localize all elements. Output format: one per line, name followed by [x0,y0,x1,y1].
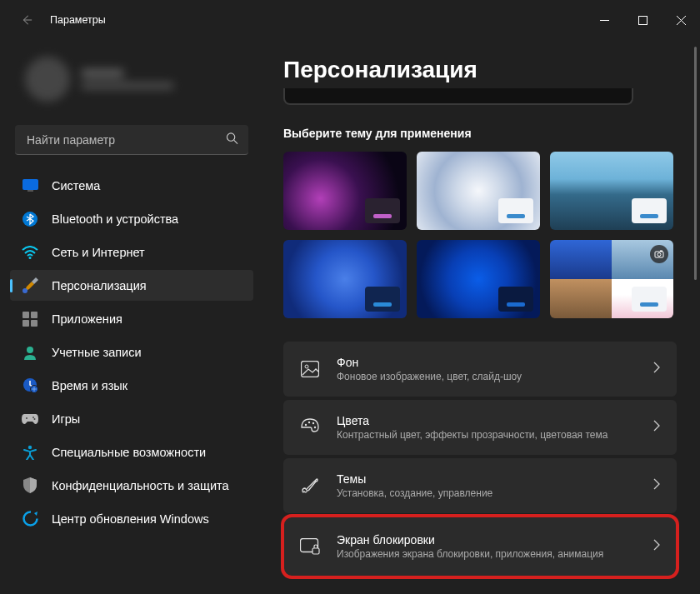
nav-windows-update[interactable]: Центр обновления Windows [10,503,253,534]
nav-accounts[interactable]: Учетные записи [10,337,253,367]
apps-icon [22,311,38,327]
gamepad-icon [22,411,38,427]
theme-accent-preview [498,287,533,312]
theme-option-5[interactable] [417,240,540,318]
svg-rect-8 [31,312,38,318]
nav-gaming[interactable]: Игры [10,403,253,434]
svg-point-20 [658,253,661,257]
svg-point-5 [29,257,32,259]
maximize-icon [638,16,648,25]
nav-privacy[interactable]: Конфиденциальность и защита [10,470,253,501]
setting-lock-screen[interactable]: Экран блокировки Изображения экрана блок… [283,517,677,577]
svg-rect-7 [22,312,29,318]
nav-accessibility[interactable]: Специальные возможности [10,437,253,467]
chevron-right-icon [653,362,660,377]
user-name [82,69,173,89]
globe-clock-icon [22,377,38,394]
maximize-button[interactable] [623,7,662,33]
svg-point-26 [312,422,314,424]
theme-section-label: Выберите тему для применения [283,127,677,140]
svg-rect-2 [22,180,38,190]
nav-label: Специальные возможности [52,446,206,459]
nav-bluetooth[interactable]: Bluetooth и устройства [10,203,253,234]
arrow-left-icon [21,14,32,26]
chevron-right-icon [653,539,660,554]
setting-title: Фон [337,356,653,369]
theme-option-1[interactable] [283,152,407,230]
setting-subtitle: Изображения экрана блокировки, приложени… [337,548,653,560]
paintbrush-icon [22,277,38,294]
svg-point-23 [305,365,308,368]
chevron-right-icon [653,420,660,435]
setting-subtitle: Фоновое изображение, цвет, слайд-шоу [337,371,653,382]
minimize-icon [600,16,609,25]
update-icon [22,511,38,527]
theme-accent-preview [632,198,667,223]
close-button[interactable] [662,7,700,33]
nav-label: Учетные записи [52,346,142,359]
close-icon [677,16,686,25]
setting-title: Экран блокировки [337,533,653,547]
back-button[interactable] [10,3,43,37]
page-heading: Персонализация [283,57,677,83]
svg-rect-0 [638,16,647,24]
theme-option-6[interactable] [550,240,673,318]
nav-label: Bluetooth и устройства [52,212,178,226]
svg-rect-3 [28,190,33,192]
theme-option-2[interactable] [417,152,540,230]
svg-rect-9 [22,320,29,327]
nav-personalization[interactable]: Персонализация [10,270,253,301]
palette-icon [300,417,320,437]
nav-label: Система [52,179,100,192]
svg-point-1 [227,133,234,141]
nav-label: Сеть и Интернет [52,246,145,259]
svg-point-24 [305,424,307,426]
svg-point-16 [34,418,36,420]
nav-system[interactable]: Система [10,170,253,201]
picture-icon [300,359,320,379]
person-icon [22,344,38,361]
setting-title: Темы [337,472,653,486]
svg-point-27 [314,427,316,428]
shield-icon [22,477,38,494]
minimize-button[interactable] [585,7,623,33]
setting-themes[interactable]: Темы Установка, создание, управление [283,458,677,513]
scrollbar[interactable] [694,47,697,580]
theme-option-3[interactable] [550,152,673,230]
nav-label: Игры [52,412,80,426]
nav-label: Персонализация [52,279,147,292]
desktop-preview [283,88,633,105]
brush-icon [300,476,320,496]
lock-screen-icon [300,537,320,557]
spotlight-badge [650,245,668,263]
search-input[interactable] [15,125,248,155]
user-profile[interactable] [10,40,253,125]
setting-background[interactable]: Фон Фоновое изображение, цвет, слайд-шоу [283,342,677,397]
accessibility-icon [22,444,38,461]
nav-label: Центр обновления Windows [52,512,209,526]
svg-rect-21 [660,251,662,252]
nav-network[interactable]: Сеть и Интернет [10,237,253,267]
svg-point-11 [27,347,33,353]
theme-accent-preview [365,198,400,223]
window-title: Параметры [50,14,106,26]
svg-point-17 [28,445,32,448]
search-icon [226,132,238,148]
setting-colors[interactable]: Цвета Контрастный цвет, эффекты прозрачн… [283,400,677,455]
theme-option-4[interactable] [283,240,407,318]
bluetooth-icon [22,211,38,227]
wifi-icon [22,244,38,261]
chevron-right-icon [653,478,660,493]
nav-label: Конфиденциальность и защита [52,479,229,492]
svg-point-15 [32,417,34,418]
nav-apps[interactable]: Приложения [10,303,253,334]
svg-rect-10 [31,320,38,327]
nav-label: Приложения [52,312,122,326]
nav-time-language[interactable]: Время и язык [10,370,253,401]
display-icon [22,177,38,194]
svg-point-25 [308,422,310,423]
setting-subtitle: Установка, создание, управление [337,487,653,499]
setting-title: Цвета [337,414,653,427]
theme-accent-preview [365,287,400,312]
scrollbar-thumb[interactable] [694,47,697,280]
